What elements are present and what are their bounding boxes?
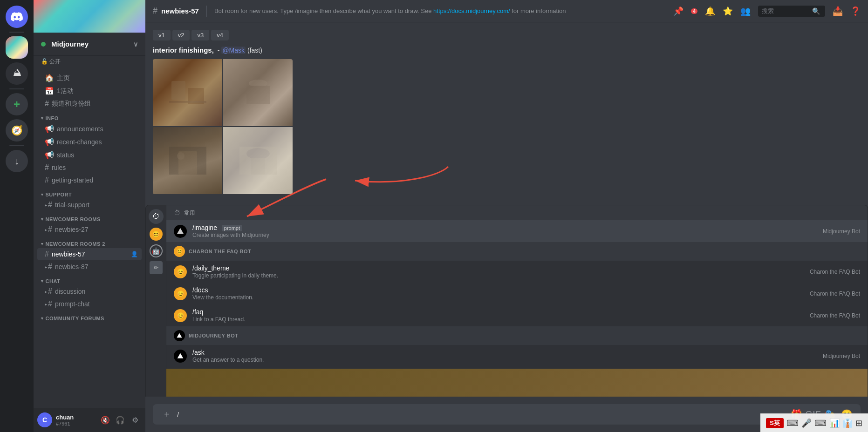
bullet-icon-5: ▸ <box>45 302 47 307</box>
chevron-down-icon: ∨ <box>133 40 138 48</box>
imagine-bot-avatar <box>174 225 187 238</box>
pin-icon[interactable]: 📌 <box>673 6 683 16</box>
channel-channels-roles[interactable]: # 频道和身份组 <box>37 98 142 110</box>
command-faq[interactable]: 😊 /faq Link to a FAQ thread. Charon the … <box>166 304 868 326</box>
follow-icon[interactable]: ⭐ <box>723 6 733 16</box>
daily-theme-desc: Toggle participating in daily theme. <box>192 272 802 279</box>
message-content-interior: interior finishings, - @Mask (fast) <box>153 46 861 194</box>
topic-link[interactable]: https://docs.midjourney.com/ <box>433 7 510 14</box>
taskbar-sougou[interactable]: S英 <box>766 418 784 428</box>
settings-button[interactable]: ⚙ <box>129 413 142 426</box>
faq-desc: Link to a FAQ thread. <box>192 316 802 323</box>
bullet-icon-2: ▸ <box>45 227 47 232</box>
taskbar-keyboard[interactable]: ⌨ <box>786 418 799 428</box>
command-docs[interactable]: 😊 /docs View the documentation. Charon t… <box>166 283 868 304</box>
midjourney-server-icon[interactable] <box>6 36 28 59</box>
hash-icon-trial: # <box>48 201 52 209</box>
channel-status[interactable]: 📢 status <box>37 148 142 161</box>
command-imagine[interactable]: /imagine prompt Create images with Midjo… <box>166 220 868 242</box>
megaphone-icon: 📢 <box>45 124 54 133</box>
mute-button[interactable]: 🔇 <box>99 413 112 426</box>
mj-icon-char: 🤖 <box>152 247 160 255</box>
extra-sidebar-icon[interactable]: ✏ <box>150 261 163 274</box>
bullet-icon-4: ▸ <box>45 289 47 294</box>
category-newcomer-rooms-2-label: NEWCOMER ROOMS 2 <box>46 241 105 247</box>
add-attachment-button[interactable]: + <box>160 408 173 421</box>
category-info[interactable]: ▾ INFO <box>34 114 145 122</box>
sailboat-server-icon[interactable] <box>6 62 28 85</box>
download-apps-button[interactable]: ↓ <box>6 150 28 172</box>
inbox-icon[interactable]: 📥 <box>833 6 843 16</box>
channel-name-announcements: announcements <box>57 125 103 133</box>
channel-name-newbies-87: newbies-87 <box>55 263 89 270</box>
tab-v2[interactable]: v2 <box>172 30 190 40</box>
category-community-forums[interactable]: ▾ COMMUNITY FORUMS <box>34 314 145 322</box>
mj-sidebar-icon[interactable]: 🤖 <box>150 244 163 257</box>
message-input[interactable] <box>177 411 786 418</box>
hash-icon-getting-started: # <box>45 176 49 184</box>
channel-newbies-87[interactable]: ▸ # newbies-87 <box>37 261 142 273</box>
user-name: chuan <box>56 414 95 421</box>
channel-announcements[interactable]: 📢 announcements <box>37 122 142 135</box>
charon-sidebar-icon[interactable]: 😊 <box>150 228 163 241</box>
search-box[interactable]: 🔍 <box>758 6 825 17</box>
tab-v1[interactable]: v1 <box>153 30 171 40</box>
taskbar-chart[interactable]: 📊 <box>829 418 840 428</box>
channel-header-name: newbies-57 <box>161 7 199 15</box>
faq-bot: Charon the FAQ Bot <box>802 312 860 319</box>
channel-getting-started[interactable]: # getting-started <box>37 174 142 186</box>
tab-v3[interactable]: v3 <box>191 30 209 40</box>
mj-section-icon <box>174 330 185 341</box>
discord-home-button[interactable] <box>6 6 28 28</box>
category-newcomer-rooms[interactable]: ▾ NEWCOMER ROOMS <box>34 215 145 223</box>
channel-recent-changes[interactable]: 📢 recent-changes <box>37 135 142 148</box>
imagine-cmd-info: /imagine prompt Create images with Midjo… <box>192 224 815 238</box>
channel-header: # newbies-57 Bot room for new users. Typ… <box>145 0 868 22</box>
members-icon[interactable]: 👥 <box>740 6 751 16</box>
category-info-label: INFO <box>46 115 59 121</box>
channel-prompt-chat[interactable]: ▸ # prompt-chat <box>37 298 142 310</box>
server-header[interactable]: Midjourney ∨ <box>34 33 145 56</box>
channel-newbies-57[interactable]: # newbies-57 👤 <box>37 248 142 260</box>
channel-name-recent-changes: recent-changes <box>57 138 102 146</box>
add-server-button[interactable]: + <box>6 93 28 115</box>
home-icon: 🏠 <box>45 74 54 82</box>
taskbar-grid[interactable]: ⊞ <box>855 418 862 428</box>
search-input[interactable] <box>762 7 808 14</box>
category-chat[interactable]: ▾ CHAT <box>34 277 145 285</box>
channel-activity[interactable]: 📅 1活动 <box>37 85 142 97</box>
tab-v4[interactable]: v4 <box>211 30 229 40</box>
channel-name-home: 主页 <box>57 74 70 82</box>
ask-desc: Get an answer to a question. <box>192 357 815 363</box>
mute-channel-icon[interactable]: 🔔 <box>705 6 715 16</box>
channel-name-activity: 1活动 <box>57 87 74 95</box>
headset-button[interactable]: 🎧 <box>114 413 127 426</box>
channel-trial-support[interactable]: ▸ # trial-support <box>37 199 142 211</box>
channel-rules[interactable]: # rules <box>37 162 142 174</box>
command-daily-theme[interactable]: 😊 /daily_theme Toggle participating in d… <box>166 261 868 283</box>
category-newcomer-rooms-2[interactable]: ▾ NEWCOMER ROOMS 2 <box>34 239 145 248</box>
activity-icon: 📅 <box>45 87 54 95</box>
taskbar-shirt[interactable]: 👔 <box>842 418 853 428</box>
explore-servers-button[interactable]: 🧭 <box>6 119 28 142</box>
taskbar-mic[interactable]: 🎤 <box>801 418 812 428</box>
svg-point-7 <box>177 152 185 160</box>
server-divider-3 <box>9 145 24 146</box>
channel-topic: Bot room for new users. Type /imagine th… <box>214 7 670 14</box>
imagine-cmd-desc: Create images with Midjourney <box>192 232 815 238</box>
channel-discussion[interactable]: ▸ # discussion <box>37 285 142 297</box>
recent-commands-icon[interactable]: ⏱ <box>149 209 164 224</box>
category-support[interactable]: ▾ SUPPORT <box>34 190 145 198</box>
channel-newbies-27[interactable]: ▸ # newbies-27 <box>37 223 142 236</box>
channel-home[interactable]: 🏠 主页 <box>37 72 142 84</box>
channel-name-getting-started: getting-started <box>52 176 94 184</box>
command-ask[interactable]: /ask Get an answer to a question. Midjou… <box>166 345 868 367</box>
imagine-cmd-name: /imagine prompt <box>192 224 815 231</box>
daily-theme-bot: Charon the FAQ Bot <box>802 269 860 275</box>
help-icon[interactable]: ❓ <box>850 6 861 16</box>
faq-info: /faq Link to a FAQ thread. <box>192 308 802 323</box>
channel-name-rules: rules <box>52 164 66 171</box>
taskbar-input-method[interactable]: ⌨ <box>814 418 827 428</box>
bullet-icon: ▸ <box>45 202 47 208</box>
docs-name: /docs <box>192 286 802 294</box>
